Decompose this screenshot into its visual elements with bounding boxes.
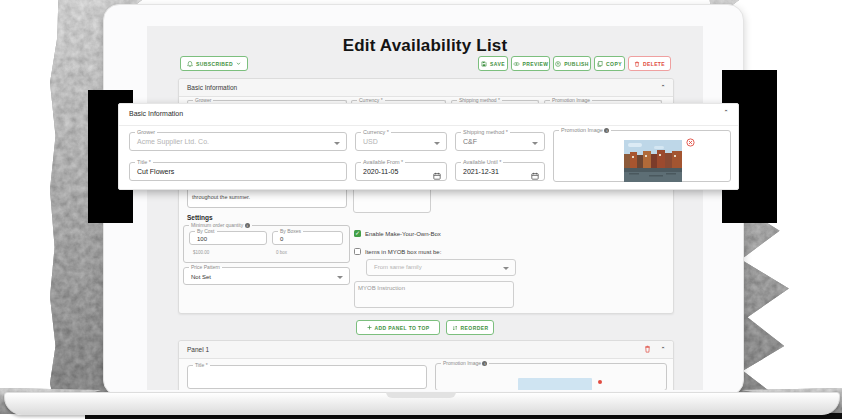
reorder-icon [452, 325, 458, 331]
chevron-down-icon [334, 142, 340, 145]
divider [119, 125, 738, 126]
publish-button[interactable]: PUBLISH [553, 56, 591, 71]
myob-items-label: Items in MYOB box must be: [365, 249, 441, 255]
price-pattern-value: Not Set [191, 274, 211, 280]
available-until-input[interactable]: Available Until * 2021-12-31 [455, 160, 545, 181]
shipping-method-value: C&F [463, 138, 477, 145]
by-cost-input[interactable]: By Cost 100 [189, 229, 267, 245]
collapse-icon[interactable]: ⌄⌃ [722, 108, 730, 114]
info-icon: i [604, 128, 609, 133]
basic-information-panel-header[interactable]: Basic Information ⌄⌃ [179, 79, 673, 97]
chevron-down-icon [434, 142, 440, 145]
delete-label: DELETE [643, 61, 665, 67]
calendar-icon[interactable] [531, 172, 539, 180]
myob-instruction-textarea[interactable]: MYOB Instruction [354, 281, 514, 308]
subscribed-button[interactable]: SUBSCRIBED [180, 56, 248, 71]
info-icon: i [245, 223, 250, 228]
shipping-method-select[interactable]: Shipping method * C&F [455, 130, 545, 151]
basic-information-panel-title: Basic Information [187, 84, 237, 91]
myob-family-select[interactable]: From same family [366, 259, 516, 276]
preview-button[interactable]: PREVIEW [511, 56, 550, 71]
grower-select[interactable]: Grower Acme Supplier Ltd. Co. [129, 130, 347, 151]
available-until-value: 2021-12-31 [463, 168, 499, 175]
promotion-image-field: Promotion Image i [553, 128, 731, 182]
add-panel-to-top-button[interactable]: ADD PANEL TO TOP [356, 320, 440, 335]
panel-1-promotion-image-field: Promotion Image i [435, 361, 667, 390]
currency-select[interactable]: Currency * USD [355, 130, 447, 151]
available-from-input[interactable]: Available From * 2020-11-05 [355, 160, 447, 181]
remove-image-icon[interactable] [598, 380, 602, 384]
collapse-icon[interactable]: ⌄⌃ [659, 83, 667, 89]
copy-button[interactable]: COPY [594, 56, 625, 71]
publish-icon [555, 61, 561, 67]
bell-icon [187, 61, 193, 67]
info-icon: i [482, 361, 487, 366]
laptop-base-notch [386, 392, 456, 398]
myob-instruction-placeholder: MYOB Instruction [358, 285, 405, 291]
by-boxes-input[interactable]: By Boxes 0 [272, 229, 343, 245]
copy-icon [597, 61, 603, 67]
reorder-button[interactable]: REORDER [446, 320, 494, 335]
save-icon [481, 61, 487, 67]
calendar-icon[interactable] [433, 172, 441, 180]
description-text-line2: throughout the summer. [192, 193, 342, 203]
panel-1-title: Panel 1 [187, 346, 209, 353]
settings-heading: Settings [187, 214, 213, 221]
remove-image-icon[interactable] [686, 138, 695, 147]
delete-button[interactable]: DELETE [628, 56, 671, 71]
overlay-title: Basic Information [129, 110, 183, 117]
subscribed-label: SUBSCRIBED [196, 61, 233, 67]
by-boxes-value: 0 [280, 236, 283, 242]
grower-value: Acme Supplier Ltd. Co. [137, 138, 209, 145]
promotion-image-thumbnail [624, 140, 682, 182]
panel-1-title-input[interactable]: Title * [187, 363, 427, 389]
enable-myob-label: Enable Make-Your-Own-Box [365, 231, 441, 237]
basic-information-overlay: Basic Information ⌄⌃ Grower Acme Supplie… [118, 103, 739, 190]
plus-icon [367, 325, 372, 330]
chevron-down-icon [337, 276, 343, 279]
eye-icon [513, 61, 520, 67]
price-pattern-select[interactable]: Price Pattern Not Set [183, 265, 350, 285]
copy-label: COPY [606, 61, 622, 67]
add-panel-label: ADD PANEL TO TOP [375, 325, 430, 331]
by-boxes-helper: 0 box [276, 250, 287, 255]
reorder-label: REORDER [461, 325, 489, 331]
delete-panel-icon[interactable] [644, 345, 651, 353]
panel-1-header[interactable]: Panel 1 ⌄⌃ [179, 341, 673, 359]
by-cost-helper: $100.00 [193, 250, 209, 255]
myob-family-value: From same family [374, 264, 422, 270]
preview-label: PREVIEW [523, 61, 549, 67]
collapse-icon[interactable]: ⌄⌃ [659, 345, 667, 351]
title-value: Cut Flowers [137, 168, 174, 175]
trash-icon [634, 61, 640, 67]
publish-label: PUBLISH [564, 61, 589, 67]
chevron-down-icon [503, 267, 509, 270]
myob-items-checkbox[interactable] [354, 248, 361, 255]
save-button[interactable]: SAVE [478, 56, 508, 71]
chevron-down-icon [532, 142, 538, 145]
panel-1-promotion-thumbnail [518, 378, 592, 390]
chevron-down-icon [236, 61, 241, 66]
title-input[interactable]: Title * Cut Flowers [129, 160, 347, 181]
app-screen: Edit Availability List SUBSCRIBED SAVE P… [147, 26, 703, 390]
available-from-value: 2020-11-05 [363, 168, 398, 175]
by-cost-value: 100 [197, 236, 207, 242]
currency-value: USD [363, 138, 378, 145]
panel-1: Panel 1 ⌄⌃ Title * Promotion Image i [178, 340, 674, 390]
page-title: Edit Availability List [147, 36, 703, 56]
save-label: SAVE [490, 61, 505, 67]
enable-myob-checkbox[interactable] [354, 230, 361, 237]
